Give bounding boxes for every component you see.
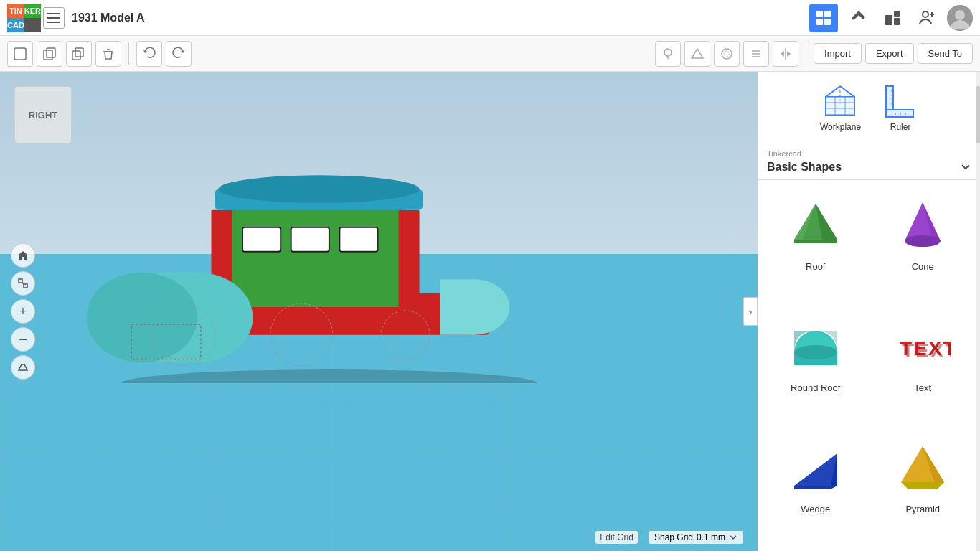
logo-cell-tin: TIN	[7, 4, 24, 18]
panel-scrollbar-thumb[interactable]	[976, 86, 980, 143]
svg-rect-48	[440, 279, 474, 334]
view-label: RIGHT	[29, 110, 57, 121]
mirror-button[interactable]	[773, 41, 798, 67]
cone-label: Cone	[912, 261, 934, 272]
project-title: 1931 Model A	[72, 11, 802, 24]
top-bar: TIN KER CAD 1931 Model A	[0, 0, 980, 36]
text-label: Text	[914, 382, 931, 393]
add-person-button[interactable]	[913, 4, 941, 32]
workplane-svg	[822, 83, 858, 118]
svg-point-53	[121, 369, 537, 383]
train-svg	[76, 120, 568, 383]
svg-rect-67	[886, 110, 913, 117]
delete-button[interactable]	[95, 41, 121, 67]
edit-grid-label[interactable]: Edit Grid	[595, 531, 638, 544]
svg-rect-39	[291, 227, 329, 252]
right-panel: Workplane	[758, 72, 980, 551]
shape-item-cone[interactable]: Cone	[873, 187, 974, 301]
svg-rect-7	[885, 15, 892, 25]
svg-line-58	[826, 86, 840, 97]
grid-view-button[interactable]	[809, 4, 838, 32]
shape-item-text[interactable]: TEXT TEXT Text	[873, 309, 974, 423]
shape-item-roof[interactable]: Roof	[765, 187, 866, 301]
list-icon-button[interactable]	[43, 7, 65, 29]
align-button[interactable]	[743, 41, 769, 67]
expand-panel-arrow[interactable]: ›	[743, 297, 758, 326]
perspective-button[interactable]	[11, 355, 35, 380]
svg-marker-21	[692, 49, 703, 58]
tinkercad-logo[interactable]: TIN KER CAD	[7, 4, 36, 32]
3d-scene: RIGHT +	[0, 72, 758, 551]
svg-rect-0	[47, 13, 60, 14]
svg-point-22	[722, 49, 732, 59]
svg-rect-19	[75, 48, 83, 57]
shape-library-selector[interactable]: Basic Shapes	[767, 161, 971, 174]
shape-item-pyramid[interactable]: Pyramid	[873, 430, 974, 544]
shape-icon	[690, 47, 705, 61]
snap-grid-label: Snap Grid	[654, 532, 693, 542]
workplane-icon	[822, 83, 858, 118]
blocks-button[interactable]	[878, 4, 907, 32]
svg-point-46	[86, 273, 197, 363]
svg-rect-38	[242, 227, 281, 252]
add-person-icon	[918, 9, 936, 27]
new-button[interactable]	[7, 41, 33, 67]
ruler-tool[interactable]: Ruler	[882, 83, 918, 132]
workplane-label: Workplane	[820, 122, 861, 132]
ruler-icon	[882, 83, 918, 118]
round-roof-shape-icon	[783, 314, 848, 379]
text-svg: TEXT TEXT	[894, 318, 951, 375]
redo-button[interactable]	[166, 41, 192, 67]
svg-rect-40	[339, 227, 377, 252]
viewport[interactable]: RIGHT +	[0, 72, 758, 551]
new-icon	[13, 47, 27, 61]
fit-view-button[interactable]	[11, 271, 35, 296]
svg-rect-15	[14, 48, 26, 60]
workplane-tool[interactable]: Workplane	[820, 83, 861, 132]
roof-shape-icon	[783, 193, 848, 258]
hole-button[interactable]	[714, 41, 740, 67]
svg-rect-2	[47, 22, 60, 23]
export-button[interactable]: Export	[865, 43, 914, 64]
tools-button[interactable]	[844, 4, 872, 32]
plus-icon: +	[19, 304, 27, 319]
svg-point-10	[923, 11, 928, 17]
bottom-info: Edit Grid Snap Grid 0.1 mm	[595, 531, 743, 544]
roof-label: Roof	[806, 261, 825, 272]
home-view-button[interactable]	[11, 243, 35, 268]
user-avatar-button[interactable]	[947, 5, 973, 31]
home-icon	[17, 250, 29, 261]
shape-grid: Roof Cone	[758, 180, 980, 551]
snap-grid-control[interactable]: Snap Grid 0.1 mm	[649, 531, 743, 544]
shape-item-round-roof[interactable]: Round Roof	[765, 309, 866, 423]
svg-rect-55	[24, 284, 27, 288]
library-name: Basic Shapes	[767, 161, 842, 174]
shape-item-wedge[interactable]: Wedge	[765, 430, 866, 544]
import-button[interactable]: Import	[814, 43, 862, 64]
svg-rect-78	[794, 240, 837, 243]
undo-button[interactable]	[136, 41, 162, 67]
svg-rect-54	[19, 279, 22, 283]
blocks-icon	[884, 9, 901, 27]
round-roof-svg	[787, 318, 844, 375]
copy-button[interactable]	[37, 41, 62, 67]
shape-library-header: Tinkercad Basic Shapes	[758, 143, 980, 180]
panel-scrollbar[interactable]	[976, 72, 980, 551]
view-cube[interactable]: RIGHT	[14, 86, 72, 143]
send-to-button[interactable]: Send To	[918, 43, 973, 64]
svg-rect-6	[824, 19, 831, 25]
zoom-in-button[interactable]: +	[11, 299, 35, 324]
shape-button[interactable]	[684, 41, 710, 67]
svg-point-85	[794, 345, 837, 359]
lightbulb-icon	[661, 47, 675, 61]
pyramid-svg	[894, 439, 951, 496]
svg-rect-61	[826, 97, 854, 115]
zoom-out-button[interactable]: −	[11, 327, 35, 352]
duplicate-button[interactable]	[66, 41, 92, 67]
mirror-icon	[778, 47, 793, 61]
logo-cell-4	[24, 18, 41, 32]
svg-point-14	[955, 10, 965, 20]
minus-icon: −	[19, 331, 27, 348]
light-button[interactable]	[655, 41, 681, 67]
chevron-down-icon	[960, 161, 971, 173]
